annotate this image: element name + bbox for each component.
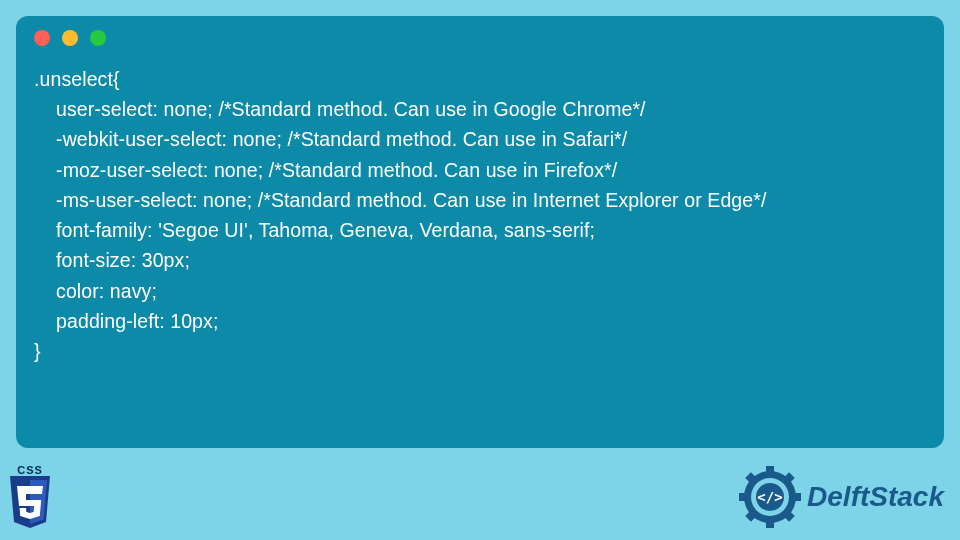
code-line: -ms-user-select: none; /*Standard method… <box>34 185 926 215</box>
code-window: .unselect{ user-select: none; /*Standard… <box>16 16 944 448</box>
css3-badge: CSS <box>6 464 54 530</box>
code-line: color: navy; <box>34 276 926 306</box>
code-line: -webkit-user-select: none; /*Standard me… <box>34 124 926 154</box>
code-line: font-size: 30px; <box>34 245 926 275</box>
code-block: .unselect{ user-select: none; /*Standard… <box>34 64 926 366</box>
brand-name: DelftStack <box>807 481 944 513</box>
code-line: -moz-user-select: none; /*Standard metho… <box>34 155 926 185</box>
svg-rect-4 <box>791 493 801 501</box>
minimize-icon <box>62 30 78 46</box>
maximize-icon <box>90 30 106 46</box>
brand: </> DelftStack <box>739 466 944 528</box>
code-line: padding-left: 10px; <box>34 306 926 336</box>
window-traffic-lights <box>34 30 926 46</box>
svg-rect-3 <box>739 493 749 501</box>
brand-gear-icon: </> <box>739 466 801 528</box>
svg-text:</>: </> <box>757 489 782 505</box>
svg-rect-2 <box>766 518 774 528</box>
css3-shield-icon <box>6 476 54 530</box>
css3-label: CSS <box>17 464 43 476</box>
footer: CSS </> <box>4 458 950 536</box>
svg-rect-1 <box>766 466 774 476</box>
code-line: user-select: none; /*Standard method. Ca… <box>34 94 926 124</box>
code-line: .unselect{ <box>34 64 926 94</box>
code-line: } <box>34 336 926 366</box>
close-icon <box>34 30 50 46</box>
code-line: font-family: 'Segoe UI', Tahoma, Geneva,… <box>34 215 926 245</box>
